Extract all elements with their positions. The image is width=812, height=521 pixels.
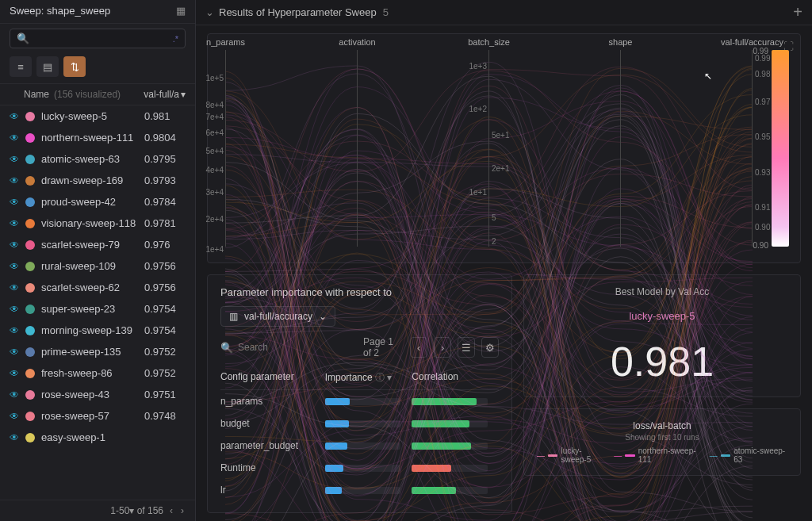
sort-button[interactable]: ⇅ — [63, 56, 86, 77]
run-value: 0.9804 — [144, 132, 186, 144]
eye-icon[interactable]: 👁 — [10, 154, 19, 165]
eye-icon[interactable]: 👁 — [10, 261, 19, 272]
run-row[interactable]: 👁atomic-sweep-630.9795 — [0, 148, 195, 170]
sidebar-search: 🔍 .* — [10, 29, 186, 48]
run-name: northern-sweep-111 — [41, 132, 138, 144]
add-panel-button[interactable]: + — [793, 3, 802, 21]
axis[interactable]: shape — [620, 50, 621, 247]
run-name: scarlet-sweep-62 — [41, 282, 138, 293]
column-metric-header[interactable]: val-full/a▾ — [144, 89, 186, 100]
run-row[interactable]: 👁proud-sweep-420.9784 — [0, 191, 195, 213]
run-name: atomic-sweep-63 — [41, 153, 138, 165]
eye-icon[interactable]: 👁 — [10, 197, 19, 208]
color-dot — [25, 390, 35, 400]
run-name: lucky-sweep-5 — [41, 110, 138, 122]
axis-tick: 0.90 — [755, 223, 787, 232]
run-value: 0.9751 — [144, 389, 186, 400]
search-regex-icon[interactable]: .* — [173, 34, 178, 44]
run-row[interactable]: 👁morning-sweep-1390.9754 — [0, 320, 195, 341]
run-row[interactable]: 👁northern-sweep-1110.9804 — [0, 127, 195, 148]
run-row[interactable]: 👁rose-sweep-570.9748 — [0, 405, 195, 427]
color-dot — [25, 283, 35, 293]
run-value: 0.981 — [144, 110, 186, 122]
run-value: 0.9793 — [144, 174, 186, 186]
search-icon: 🔍 — [17, 33, 29, 44]
run-value: 0.9754 — [144, 324, 186, 336]
eye-icon[interactable]: 👁 — [10, 218, 19, 229]
run-row[interactable]: 👁super-sweep-230.9754 — [0, 298, 195, 320]
prev-page-button[interactable]: ‹ — [168, 505, 174, 516]
eye-icon[interactable]: 👁 — [10, 304, 19, 315]
eye-icon[interactable]: 👁 — [10, 389, 19, 400]
axis-label: activation — [339, 37, 375, 47]
color-dot — [25, 412, 35, 421]
axis-label: n_params — [206, 37, 245, 47]
run-row[interactable]: 👁prime-sweep-1350.9752 — [0, 341, 195, 362]
color-dot — [25, 326, 35, 335]
axis[interactable]: batch_size1e+31e+25e+12e+11e+152 — [488, 50, 489, 247]
column-name-header[interactable]: Name — [24, 89, 49, 100]
runs-list[interactable]: 👁lucky-sweep-50.981👁northern-sweep-1110.… — [0, 105, 195, 500]
panel-toggle-icon[interactable]: ▦ — [176, 5, 186, 17]
axis-tick: 2e+1 — [492, 164, 523, 173]
axis-label: shape — [609, 37, 633, 47]
collapse-icon[interactable]: ⌄ — [205, 6, 214, 18]
color-dot — [25, 305, 35, 314]
eye-icon[interactable]: 👁 — [10, 432, 19, 443]
eye-icon[interactable]: 👁 — [10, 347, 19, 358]
run-name: drawn-sweep-169 — [41, 174, 138, 186]
run-name: easy-sweep-1 — [41, 431, 138, 443]
color-dot — [25, 112, 35, 121]
axis-tick: 1e+4 — [196, 245, 224, 254]
run-row[interactable]: 👁easy-sweep-1 — [0, 427, 195, 448]
run-row[interactable]: 👁scarlet-sweep-620.9756 — [0, 277, 195, 298]
axis-tick: 0.91 — [755, 203, 787, 212]
eye-icon[interactable]: 👁 — [10, 111, 19, 122]
run-name: visionary-sweep-118 — [41, 217, 138, 229]
axis[interactable]: val-full/accuracy0.990.980.970.950.930.9… — [752, 50, 753, 247]
axis[interactable]: n_params1e+58e+47e+46e+45e+44e+43e+42e+4… — [225, 50, 226, 247]
run-row[interactable]: 👁scarlet-sweep-790.976 — [0, 234, 195, 255]
run-name: super-sweep-23 — [41, 303, 138, 315]
axis-tick: 8e+4 — [196, 101, 224, 109]
axis-tick: 2e+4 — [196, 215, 224, 224]
run-row[interactable]: 👁lucky-sweep-50.981 — [0, 105, 195, 127]
chevron-down-icon: ▾ — [181, 89, 186, 100]
run-value: 0.9752 — [144, 346, 186, 358]
axis[interactable]: activation — [357, 50, 358, 247]
sidebar-search-input[interactable] — [34, 33, 168, 44]
axis-label: batch_size — [468, 37, 510, 47]
parallel-coords-panel[interactable]: ⛶ ↖ n_params1e+58e+47e+46e+45e+44e+43e+4… — [207, 33, 801, 263]
main: ⌄ Results of Hyperparameter Sweep 5 + ⛶ … — [196, 0, 812, 521]
axis-tick: 1e+5 — [196, 74, 224, 82]
axis-tick: 5e+1 — [492, 131, 523, 140]
filter-button[interactable]: ≡ — [10, 56, 32, 77]
page-range[interactable]: 1-50▾ of 156 — [110, 505, 163, 516]
axis-tick: 1e+2 — [455, 105, 487, 113]
axis-label: val-full/accuracy — [721, 37, 783, 47]
axis-tick: 4e+4 — [196, 166, 224, 174]
axis-tick: 5 — [492, 213, 523, 222]
run-row[interactable]: 👁drawn-sweep-1690.9793 — [0, 170, 195, 191]
group-button[interactable]: ▤ — [36, 56, 59, 77]
run-value: 0.9756 — [144, 260, 186, 272]
sidebar: Sweep: shape_sweep ▦ 🔍 .* ≡ ▤ ⇅ 👁 Name (… — [0, 0, 196, 521]
eye-icon[interactable]: 👁 — [10, 325, 19, 336]
eye-icon[interactable]: 👁 — [10, 175, 19, 186]
axis-tick: 7e+4 — [196, 113, 224, 121]
eye-icon[interactable]: 👁 — [10, 368, 19, 379]
eye-icon[interactable]: 👁 — [10, 239, 19, 251]
eye-icon[interactable]: 👁 — [10, 132, 19, 144]
run-row[interactable]: 👁rural-sweep-1090.9756 — [0, 255, 195, 277]
color-dot — [25, 197, 35, 207]
next-page-button[interactable]: › — [179, 505, 186, 516]
run-row[interactable]: 👁rose-sweep-430.9751 — [0, 384, 195, 405]
run-row[interactable]: 👁fresh-sweep-860.9752 — [0, 362, 195, 384]
results-count: 5 — [383, 6, 389, 18]
run-value: 0.9781 — [144, 217, 186, 229]
eye-icon[interactable]: 👁 — [10, 411, 19, 422]
eye-icon[interactable]: 👁 — [10, 282, 19, 293]
run-name: fresh-sweep-86 — [41, 367, 138, 379]
run-row[interactable]: 👁visionary-sweep-1180.9781 — [0, 213, 195, 234]
axis-tick: 1e+3 — [455, 62, 487, 71]
